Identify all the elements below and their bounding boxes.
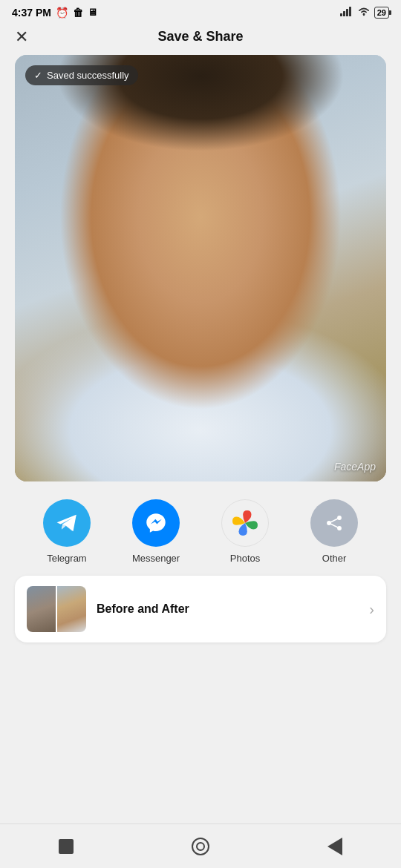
monitor-icon: 🖥 [88, 7, 97, 18]
bna-thumbnail [27, 586, 86, 632]
share-messenger[interactable]: Messenger [132, 499, 180, 564]
messenger-icon [143, 510, 169, 536]
other-label: Other [322, 553, 347, 564]
messenger-circle [132, 499, 180, 547]
saved-text: Saved successfully [47, 70, 129, 81]
share-row: Telegram Messenger [15, 481, 386, 576]
main-content: ✓ Saved successfully FaceApp Telegram [0, 55, 401, 642]
status-right-icons: 29 [340, 6, 389, 19]
page-title: Save & Share [157, 29, 243, 45]
time-label: 4:37 PM [12, 7, 51, 19]
svg-rect-2 [346, 9, 348, 16]
nav-circle-icon [192, 838, 209, 855]
close-button[interactable]: ✕ [15, 29, 28, 45]
telegram-circle [43, 499, 91, 547]
svg-point-4 [362, 13, 365, 16]
other-circle [310, 499, 358, 547]
bottom-nav [0, 823, 401, 868]
header: ✕ Save & Share [0, 22, 401, 55]
other-share-icon [324, 513, 345, 533]
portrait-background [15, 55, 386, 481]
checkmark-icon: ✓ [34, 70, 42, 81]
telegram-label: Telegram [47, 553, 86, 564]
status-time: 4:37 PM ⏰ 🗑 🖥 [12, 7, 97, 19]
svg-line-9 [329, 523, 339, 528]
nav-home-button[interactable] [59, 839, 74, 854]
alarm-icon: ⏰ [56, 7, 68, 19]
share-other[interactable]: Other [310, 499, 358, 564]
telegram-icon [54, 510, 79, 536]
bna-after-thumb [57, 586, 86, 632]
trash-icon: 🗑 [73, 7, 83, 19]
nav-square-icon [59, 839, 74, 854]
svg-line-8 [329, 518, 339, 523]
bna-label: Before and After [97, 602, 359, 616]
bna-chevron-icon: › [369, 601, 374, 618]
battery-level: 29 [377, 8, 386, 17]
photos-circle [221, 499, 269, 547]
watermark: FaceApp [334, 461, 376, 473]
before-and-after-card[interactable]: Before and After › [15, 576, 386, 642]
nav-triangle-icon [327, 838, 342, 855]
svg-rect-0 [340, 13, 342, 16]
portrait-image-container: ✓ Saved successfully FaceApp [15, 55, 386, 481]
nav-back-button[interactable] [192, 838, 209, 855]
signal-icon [340, 6, 353, 19]
messenger-label: Messenger [132, 553, 180, 564]
svg-rect-3 [349, 7, 351, 16]
svg-rect-1 [343, 11, 345, 16]
wifi-icon [357, 6, 371, 19]
battery-icon: 29 [374, 7, 389, 19]
share-telegram[interactable]: Telegram [43, 499, 91, 564]
status-bar: 4:37 PM ⏰ 🗑 🖥 29 [0, 0, 401, 22]
share-photos[interactable]: Photos [221, 499, 269, 564]
nav-recents-button[interactable] [327, 838, 342, 855]
photos-icon [232, 510, 258, 536]
saved-badge: ✓ Saved successfully [25, 65, 138, 85]
portrait-face [15, 55, 386, 481]
photos-label: Photos [230, 553, 260, 564]
bna-before-thumb [27, 586, 56, 632]
